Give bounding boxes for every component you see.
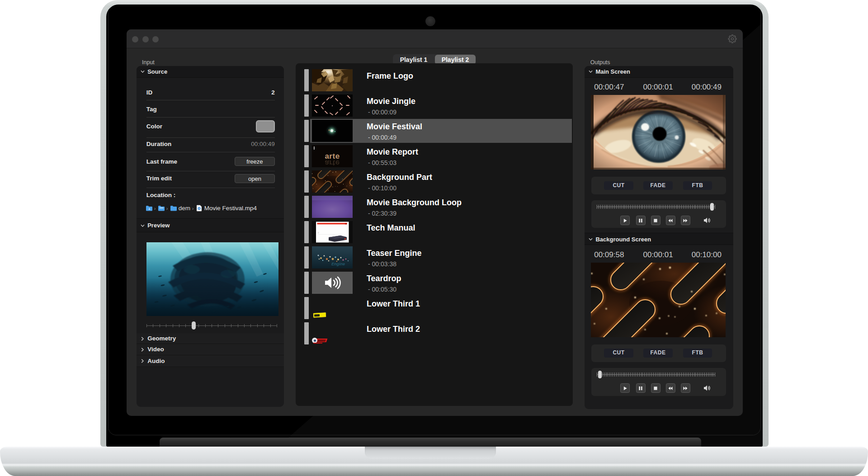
svg-text:Engine: Engine [331,262,345,266]
svg-text:arte: arte [325,159,340,167]
